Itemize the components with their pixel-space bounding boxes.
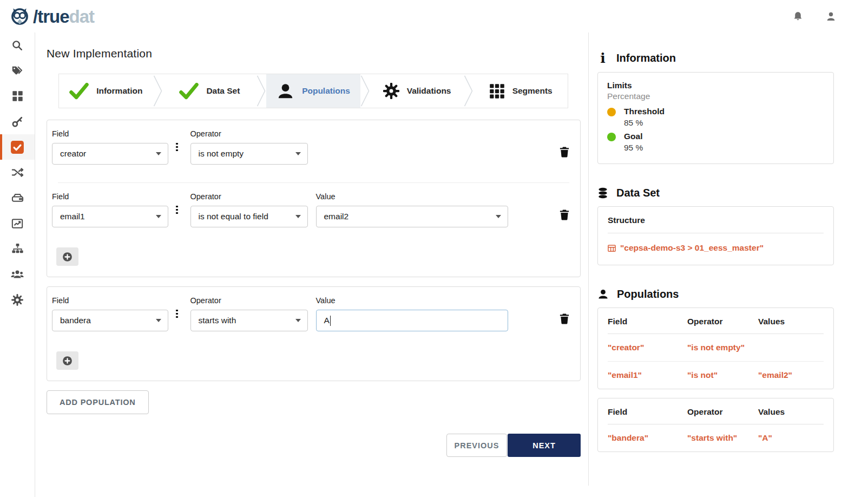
chevron-down-icon bbox=[496, 215, 501, 218]
grid-icon bbox=[12, 90, 23, 102]
sidebar-item-permissions[interactable] bbox=[0, 109, 35, 134]
step-label: Validations bbox=[407, 86, 451, 96]
add-population-button[interactable]: ADD POPULATION bbox=[47, 390, 149, 414]
app-header: /truedat bbox=[0, 0, 868, 32]
step-segments[interactable]: Segments bbox=[474, 74, 568, 108]
sidebar-item-taxonomy[interactable] bbox=[0, 236, 35, 261]
search-icon bbox=[11, 40, 23, 51]
check-icon bbox=[69, 83, 89, 100]
population-group-1: Field creator Operator is not empty Fiel… bbox=[47, 120, 581, 277]
brand-dat: dat bbox=[69, 6, 95, 27]
chart-icon bbox=[11, 218, 23, 230]
owl-logo-icon bbox=[9, 5, 31, 28]
chevron-separator-icon bbox=[464, 74, 474, 108]
brand-text: /truedat bbox=[33, 8, 94, 25]
previous-button[interactable]: PREVIOUS bbox=[446, 434, 507, 457]
value-select-value: email2 bbox=[324, 212, 349, 221]
field-options-icon[interactable] bbox=[176, 206, 178, 214]
field-select[interactable]: creator bbox=[52, 143, 168, 165]
value-select[interactable]: email2 bbox=[316, 206, 508, 227]
sidebar-item-quality-active[interactable] bbox=[0, 134, 35, 160]
field-select-value: email1 bbox=[60, 212, 85, 221]
user-icon bbox=[825, 11, 837, 22]
step-data-set[interactable]: Data Set bbox=[163, 74, 257, 108]
header-actions bbox=[792, 11, 868, 22]
notifications-button[interactable] bbox=[792, 11, 804, 22]
sitemap-icon bbox=[11, 243, 24, 255]
threshold-item: Threshold 85 % bbox=[607, 107, 824, 128]
person-icon bbox=[277, 82, 294, 100]
sidebar-item-sources[interactable] bbox=[0, 185, 35, 211]
left-sidebar bbox=[0, 32, 35, 497]
cell-operator: "starts with" bbox=[687, 433, 758, 443]
field-options-icon[interactable] bbox=[176, 310, 178, 318]
field-select[interactable]: email1 bbox=[52, 206, 168, 227]
delete-condition-button[interactable] bbox=[560, 210, 569, 220]
gear-icon bbox=[383, 83, 399, 99]
table-icon bbox=[608, 244, 616, 252]
col-operator: Operator bbox=[687, 407, 758, 417]
field-select[interactable]: bandera bbox=[52, 310, 168, 331]
field-options-icon[interactable] bbox=[176, 143, 178, 152]
structure-link[interactable]: "cepsa-demo-s3 > 01_eess_master" bbox=[608, 243, 824, 253]
sidebar-item-settings[interactable] bbox=[0, 287, 35, 312]
population-group-2: Field bandera Operator starts with Value… bbox=[47, 286, 581, 381]
col-field: Field bbox=[608, 407, 687, 417]
threshold-label: Threshold bbox=[624, 107, 665, 116]
users-icon bbox=[11, 269, 24, 279]
structure-card: Structure "cepsa-demo-s3 > 01_eess_maste… bbox=[597, 206, 834, 265]
populations-title: Populations bbox=[617, 288, 679, 300]
table-row: "creator" "is not empty" bbox=[608, 334, 824, 362]
sidebar-item-search[interactable] bbox=[0, 32, 35, 58]
delete-condition-button[interactable] bbox=[560, 313, 569, 324]
wizard-stepper: Information Data Set Populations Validat… bbox=[58, 74, 568, 108]
table-header-row: Field Operator Values bbox=[608, 308, 824, 334]
sidebar-item-users[interactable] bbox=[0, 261, 35, 287]
add-condition-button[interactable] bbox=[56, 247, 78, 266]
operator-label: Operator bbox=[190, 296, 308, 305]
cell-operator: "is not empty" bbox=[687, 343, 758, 352]
value-label: Value bbox=[316, 192, 508, 201]
sidebar-item-lineage[interactable] bbox=[0, 160, 35, 185]
key-icon bbox=[11, 116, 23, 128]
operator-select-value: is not empty bbox=[199, 149, 244, 159]
chevron-separator-icon bbox=[360, 74, 370, 108]
sidebar-item-dashboards[interactable] bbox=[0, 211, 35, 236]
step-validations[interactable]: Validations bbox=[370, 74, 464, 108]
truedat-logo[interactable]: /truedat bbox=[9, 5, 94, 28]
cell-operator: "is not" bbox=[687, 370, 758, 380]
operator-label: Operator bbox=[190, 192, 308, 201]
add-condition-button[interactable] bbox=[56, 351, 78, 370]
person-icon bbox=[597, 289, 609, 300]
cell-field: "bandera" bbox=[608, 433, 687, 443]
field-select-value: bandera bbox=[60, 316, 91, 325]
populations-section-heading: Populations bbox=[597, 288, 834, 300]
field-label: Field bbox=[52, 192, 168, 201]
trash-icon bbox=[560, 313, 569, 324]
user-menu-button[interactable] bbox=[825, 11, 837, 22]
threshold-dot-icon bbox=[607, 108, 616, 116]
cell-field: "email1" bbox=[608, 370, 687, 380]
chevron-down-icon bbox=[156, 215, 161, 218]
value-input[interactable]: A bbox=[316, 310, 508, 331]
populations-table-1: Field Operator Values "creator" "is not … bbox=[597, 308, 834, 389]
step-populations[interactable]: Populations bbox=[266, 74, 360, 108]
main-content: New Implementation Information Data Set … bbox=[35, 32, 589, 486]
sidebar-item-dashboard[interactable] bbox=[0, 83, 35, 109]
operator-select[interactable]: starts with bbox=[190, 310, 308, 331]
plus-circle-icon bbox=[62, 252, 73, 262]
delete-condition-button[interactable] bbox=[560, 147, 569, 158]
next-button[interactable]: NEXT bbox=[508, 434, 581, 457]
sidebar-item-tags[interactable] bbox=[0, 58, 35, 83]
structure-label: Structure bbox=[608, 215, 824, 233]
limits-label: Limits bbox=[607, 81, 824, 90]
brand-true: /true bbox=[33, 6, 69, 27]
table-row: "email1" "is not" "email2" bbox=[608, 362, 824, 389]
data-set-section-heading: Data Set bbox=[597, 187, 834, 199]
check-icon bbox=[179, 83, 199, 100]
operator-select[interactable]: is not equal to field bbox=[190, 206, 308, 227]
limits-card: Limits Percentage Threshold 85 % Goal 95… bbox=[597, 72, 834, 164]
step-information[interactable]: Information bbox=[59, 74, 153, 108]
operator-select[interactable]: is not empty bbox=[190, 143, 308, 165]
cell-values: "email2" bbox=[758, 370, 824, 380]
